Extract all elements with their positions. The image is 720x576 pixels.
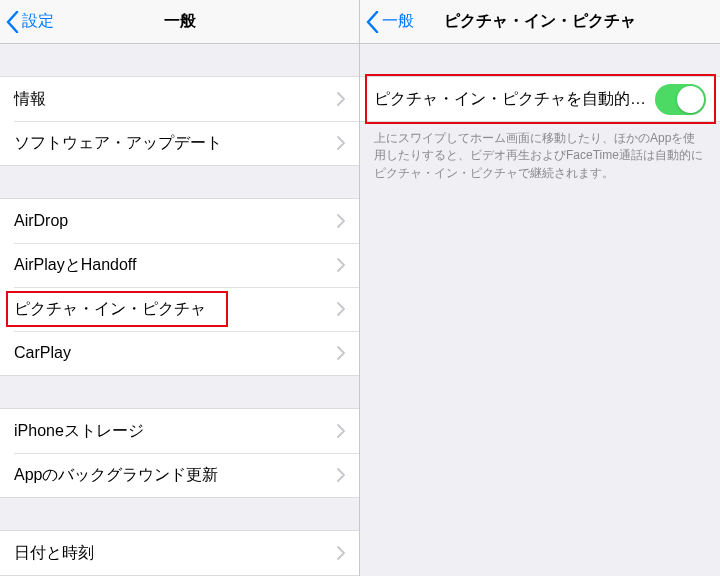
navbar-right: 一般 ピクチャ・イン・ピクチャ xyxy=(360,0,720,44)
chevron-right-icon xyxy=(337,546,345,560)
cell-airplay-handoff[interactable]: AirPlayとHandoff xyxy=(0,243,359,287)
cell-iphone-storage[interactable]: iPhoneストレージ xyxy=(0,409,359,453)
pip-settings: ピクチャ・イン・ピクチャを自動的… 上にスワイプしてホーム画面に移動したり、ほか… xyxy=(360,44,720,576)
chevron-left-icon xyxy=(366,11,379,33)
cell-background-app-refresh[interactable]: Appのバックグラウンド更新 xyxy=(0,453,359,497)
chevron-right-icon xyxy=(337,468,345,482)
cell-carplay[interactable]: CarPlay xyxy=(0,331,359,375)
back-button-general[interactable]: 一般 xyxy=(360,11,414,33)
chevron-right-icon xyxy=(337,302,345,316)
toggle-switch[interactable] xyxy=(655,84,706,115)
chevron-right-icon xyxy=(337,258,345,272)
back-button-settings[interactable]: 設定 xyxy=(0,11,54,33)
chevron-right-icon xyxy=(337,92,345,106)
cell-pip-auto-toggle[interactable]: ピクチャ・イン・ピクチャを自動的… xyxy=(360,77,720,121)
chevron-right-icon xyxy=(337,346,345,360)
cell-airdrop[interactable]: AirDrop xyxy=(0,199,359,243)
screen-pip: 一般 ピクチャ・イン・ピクチャ ピクチャ・イン・ピクチャを自動的… 上にスワイプ… xyxy=(360,0,720,576)
navbar-left: 設定 一般 xyxy=(0,0,359,44)
chevron-left-icon xyxy=(6,11,19,33)
toggle-label: ピクチャ・イン・ピクチャを自動的… xyxy=(374,89,655,110)
cell-picture-in-picture[interactable]: ピクチャ・イン・ピクチャ xyxy=(0,287,359,331)
chevron-right-icon xyxy=(337,136,345,150)
cell-software-update[interactable]: ソフトウェア・アップデート xyxy=(0,121,359,165)
chevron-right-icon xyxy=(337,214,345,228)
settings-list: 情報 ソフトウェア・アップデート AirDrop AirPlayとHandoff… xyxy=(0,44,359,576)
back-label: 設定 xyxy=(22,11,54,32)
screen-general: 設定 一般 情報 ソフトウェア・アップデート AirDrop AirPlayとH… xyxy=(0,0,360,576)
cell-date-time[interactable]: 日付と時刻 xyxy=(0,531,359,575)
cell-info[interactable]: 情報 xyxy=(0,77,359,121)
page-title-left: 一般 xyxy=(164,11,196,32)
chevron-right-icon xyxy=(337,424,345,438)
page-title-right: ピクチャ・イン・ピクチャ xyxy=(444,11,636,32)
back-label: 一般 xyxy=(382,11,414,32)
footer-description: 上にスワイプしてホーム画面に移動したり、ほかのAppを使用したりすると、ビデオ再… xyxy=(360,122,720,182)
